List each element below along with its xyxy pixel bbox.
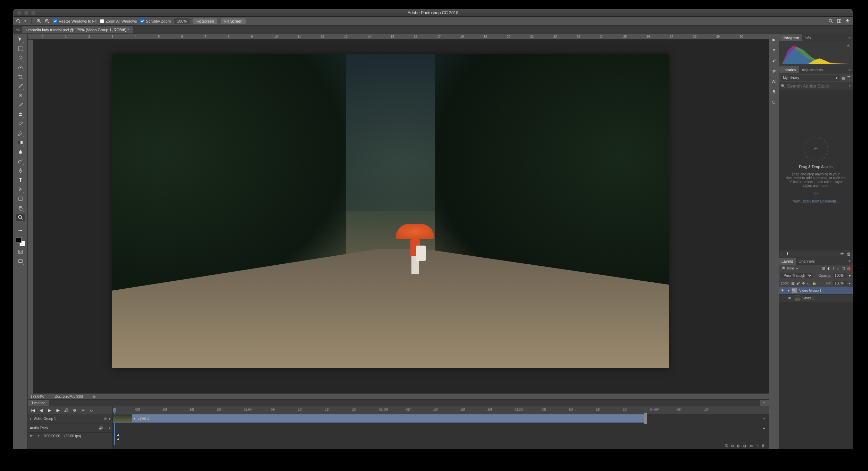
audio-mute-icon[interactable]: 🔊 xyxy=(99,426,103,430)
fill-input[interactable] xyxy=(833,281,847,286)
timeline-ruler[interactable]: 05f10f15f20f01:00f05f10f15f20f02:00f05f1… xyxy=(113,406,769,414)
next-frame-button[interactable]: |▶ xyxy=(54,407,62,413)
maximize-dot[interactable] xyxy=(31,11,35,15)
filter-type-icon[interactable]: T xyxy=(833,266,835,270)
fill-screen-button[interactable]: Fill Screen xyxy=(221,18,246,24)
resize-windows-checkbox[interactable]: Resize Windows to Fit xyxy=(53,19,97,23)
3d-panel-icon[interactable]: ⬡ xyxy=(771,99,777,105)
history-brush-tool[interactable] xyxy=(16,120,25,127)
mask-icon[interactable]: ◐ xyxy=(737,444,740,448)
filter-toggle[interactable]: ⬤ xyxy=(847,266,851,270)
playhead[interactable] xyxy=(113,406,116,414)
para-panel-icon[interactable]: ¶ xyxy=(771,89,777,94)
edit-toolbar[interactable]: ••• xyxy=(16,226,25,234)
library-dropdown[interactable]: My Library ▾ xyxy=(781,75,840,81)
new-layer-icon[interactable]: ⊞ xyxy=(756,444,759,448)
blur-tool[interactable] xyxy=(16,148,25,156)
search-icon[interactable] xyxy=(828,19,833,24)
zoom-level[interactable]: 179.04% xyxy=(31,395,44,398)
canvas[interactable] xyxy=(33,40,769,394)
healing-brush-tool[interactable] xyxy=(16,92,25,99)
zoom-tool-icon[interactable] xyxy=(16,19,21,24)
quick-mask-icon[interactable] xyxy=(16,248,25,256)
render-icon[interactable]: ⟳ xyxy=(30,434,33,438)
lock-pixel-icon[interactable]: 🖌 xyxy=(796,281,800,285)
filmstrip-icon[interactable]: ⊞ xyxy=(104,417,107,421)
fx-icon[interactable]: fx xyxy=(731,444,734,448)
workspace-icon[interactable] xyxy=(837,19,842,24)
new-library-link[interactable]: New Library from Document... xyxy=(793,199,839,203)
scrubby-zoom-checkbox[interactable]: Scrubby Zoom xyxy=(140,19,171,23)
panel-menu-icon[interactable]: ≡ xyxy=(849,68,853,72)
brush-tool[interactable] xyxy=(16,101,25,109)
doc-size[interactable]: Doc: 5.93M/5.93M xyxy=(55,395,83,398)
shape-tool[interactable] xyxy=(16,195,25,203)
add-media-button[interactable]: + xyxy=(762,416,767,421)
filter-smart-icon[interactable]: ◫ xyxy=(842,266,845,270)
color-swatches[interactable] xyxy=(16,237,25,246)
pen-tool[interactable] xyxy=(16,167,25,174)
lasso-tool[interactable] xyxy=(16,54,25,62)
video-clip[interactable]: ▸ Layer 1 xyxy=(113,414,644,423)
first-frame-button[interactable]: |◀ xyxy=(29,407,37,413)
panel-menu-icon[interactable]: ≡ xyxy=(849,36,853,40)
crop-tool[interactable] xyxy=(16,73,25,81)
histogram-tab[interactable]: Histogram xyxy=(779,34,802,41)
move-tool[interactable] xyxy=(16,35,25,43)
status-arrow-icon[interactable]: ▶ xyxy=(93,395,96,398)
audio-track[interactable]: Audio Track 🔊♪▾ xyxy=(28,423,112,433)
dodge-tool[interactable] xyxy=(16,157,25,165)
lock-trans-icon[interactable]: ▦ xyxy=(791,281,794,285)
swap-panel-icon[interactable]: ⇄ xyxy=(771,68,777,74)
screen-mode-icon[interactable] xyxy=(16,257,25,265)
share-icon[interactable] xyxy=(845,19,850,24)
work-area-end[interactable] xyxy=(644,413,647,424)
add-audio-button[interactable]: + xyxy=(762,426,767,431)
gradient-tool[interactable] xyxy=(16,139,25,146)
adjustment-icon[interactable]: ◑ xyxy=(743,444,746,448)
filter-shape-icon[interactable]: ▱ xyxy=(837,266,840,270)
histogram-warning-icon[interactable]: ⚠ xyxy=(846,44,850,48)
timeline-menu-icon[interactable]: ≡ xyxy=(760,400,769,406)
quick-select-tool[interactable] xyxy=(16,64,25,71)
close-dot[interactable] xyxy=(17,11,22,15)
prev-frame-button[interactable]: ◀| xyxy=(37,407,45,413)
zoom-out-icon[interactable] xyxy=(45,19,50,24)
lock-nest-icon[interactable]: ▭ xyxy=(807,281,810,285)
panel-menu-icon[interactable]: ≡ xyxy=(849,259,853,263)
zoom-tool[interactable] xyxy=(16,214,25,221)
channels-tab[interactable]: Channels xyxy=(796,258,817,265)
visibility-icon[interactable]: 👁 xyxy=(781,289,786,292)
layers-tab[interactable]: Layers xyxy=(779,258,796,265)
eyedropper-tool[interactable] xyxy=(16,82,25,90)
adjustments-tab[interactable]: Adjustments xyxy=(799,66,826,73)
add-asset-circle[interactable]: + xyxy=(804,137,828,161)
blend-mode-select[interactable]: Pass Through xyxy=(781,273,812,278)
libraries-tab[interactable]: Libraries xyxy=(779,66,799,73)
mute-button[interactable]: 🔊 xyxy=(62,407,70,413)
type-tool[interactable] xyxy=(16,176,25,184)
lib-trash-icon[interactable]: 🗑 xyxy=(847,252,851,256)
group-icon[interactable]: ▭ xyxy=(749,444,753,448)
zoom-in-icon[interactable] xyxy=(36,19,41,24)
timeline-zoom-slider[interactable]: ▲▲ xyxy=(116,432,120,441)
char-panel-icon[interactable]: A| xyxy=(771,78,777,84)
layer-group-row[interactable]: 👁 ▾ ▭ Video Group 1 xyxy=(779,287,853,295)
grid-view-icon[interactable]: ▦ xyxy=(842,76,845,80)
video-group-track[interactable]: ▸ Video Group 1 ⊞▾ xyxy=(28,414,112,423)
transition-button[interactable]: ▱ xyxy=(87,407,95,413)
eraser-tool[interactable] xyxy=(16,129,25,137)
timeline-tab[interactable]: Timeline xyxy=(28,400,49,406)
ruler-vertical[interactable] xyxy=(28,40,33,394)
ruler-horizontal[interactable]: 0123456789101112131415161718192021222324… xyxy=(28,34,769,40)
link-icon[interactable]: ⌘ xyxy=(724,444,728,448)
lock-all-icon[interactable]: 🔒 xyxy=(812,281,816,285)
minimize-dot[interactable] xyxy=(24,11,28,15)
export-icon[interactable]: ↗ xyxy=(37,434,40,438)
visibility-icon[interactable]: 👁 xyxy=(788,296,793,300)
trash-icon[interactable]: 🗑 xyxy=(761,444,765,448)
list-view-icon[interactable]: ☰ xyxy=(847,76,851,80)
filter-adj-icon[interactable]: ◐ xyxy=(827,266,831,270)
opacity-input[interactable] xyxy=(833,273,847,278)
add-content-icon[interactable]: + xyxy=(781,252,783,256)
